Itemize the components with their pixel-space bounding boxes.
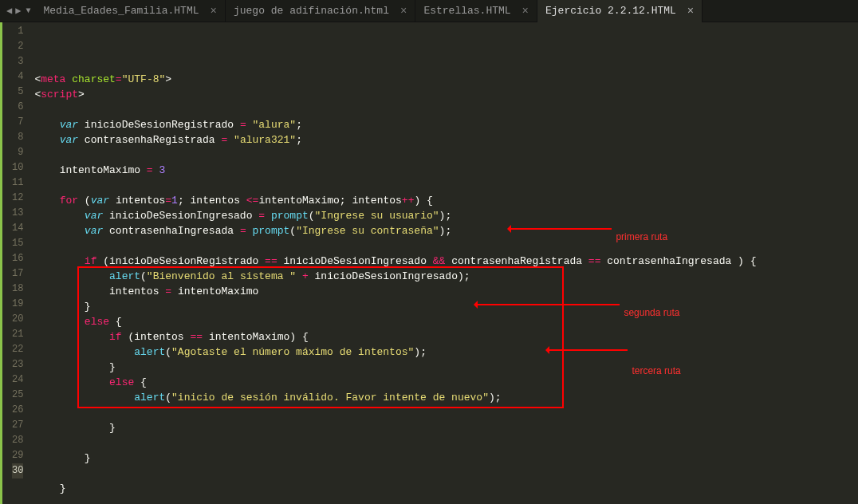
code-line[interactable]: if (inicioDeSesionRegistrado == inicioDe… bbox=[34, 254, 858, 269]
tab-ejercicio-2-2-12[interactable]: Ejercicio 2.2.12.HTML × bbox=[537, 0, 703, 22]
code-line[interactable] bbox=[34, 178, 858, 193]
line-number: 17 bbox=[12, 266, 23, 282]
line-number: 3 bbox=[12, 54, 23, 69]
code-line[interactable] bbox=[34, 405, 858, 420]
tab-media-edades[interactable]: Media_Edades_Familia.HTML × bbox=[35, 0, 225, 22]
code-line[interactable]: var contrasenhaIngresada = prompt("Ingre… bbox=[34, 223, 858, 238]
close-icon[interactable]: × bbox=[211, 5, 217, 18]
line-number: 13 bbox=[12, 206, 23, 221]
code-line[interactable]: } bbox=[34, 360, 858, 375]
line-number: 20 bbox=[12, 312, 23, 327]
line-number: 5 bbox=[12, 85, 23, 100]
code-line[interactable] bbox=[34, 466, 858, 481]
line-number: 16 bbox=[12, 251, 23, 266]
code-line[interactable]: var inicioDeSesionIngresado = prompt("In… bbox=[34, 208, 858, 223]
code-line[interactable]: <meta charset="UTF-8"> bbox=[34, 72, 858, 87]
line-number: 27 bbox=[12, 418, 23, 433]
code-line[interactable]: for (var intentos=1; intentos <=intentoM… bbox=[34, 193, 858, 208]
code-line[interactable]: } bbox=[34, 451, 858, 466]
line-number: 10 bbox=[12, 160, 23, 175]
tab-nav: ◀ ▶ ▼ bbox=[0, 5, 35, 17]
line-number: 22 bbox=[12, 342, 23, 357]
line-number: 6 bbox=[12, 100, 23, 115]
code-line[interactable]: var contrasenhaRegistrada = "alura321"; bbox=[34, 132, 858, 148]
line-number: 29 bbox=[12, 448, 23, 463]
code-line[interactable] bbox=[34, 435, 858, 451]
nav-forward-icon[interactable]: ▶ bbox=[14, 5, 22, 17]
code-line[interactable] bbox=[34, 238, 858, 254]
line-number: 2 bbox=[12, 39, 23, 54]
line-number: 23 bbox=[12, 357, 23, 372]
editor: 1234567891011121314151617181920212223242… bbox=[0, 22, 858, 504]
nav-dropdown-icon[interactable]: ▼ bbox=[22, 6, 30, 15]
line-number: 24 bbox=[12, 372, 23, 388]
tab-estrellas[interactable]: Estrellas.HTML × bbox=[415, 0, 537, 22]
tab-label: juego de adifinación.html bbox=[234, 5, 389, 17]
line-number: 26 bbox=[12, 403, 23, 418]
line-number: 18 bbox=[12, 282, 23, 297]
code-line[interactable]: } bbox=[34, 299, 858, 314]
tab-juego-adivinacion[interactable]: juego de adifinación.html × bbox=[226, 0, 415, 22]
code-line[interactable] bbox=[34, 496, 858, 504]
tab-label: Estrellas.HTML bbox=[423, 5, 510, 17]
code-line[interactable] bbox=[34, 102, 858, 117]
code-line[interactable]: } bbox=[34, 481, 858, 496]
code-line[interactable]: intentoMaximo = 3 bbox=[34, 163, 858, 178]
line-number: 7 bbox=[12, 115, 23, 130]
line-number: 1 bbox=[12, 24, 23, 39]
close-icon[interactable]: × bbox=[687, 5, 694, 18]
code-line[interactable]: } bbox=[34, 420, 858, 435]
tab-label: Ejercicio 2.2.12.HTML bbox=[545, 5, 676, 17]
code-line[interactable]: alert("inicio de sesión inválido. Favor … bbox=[34, 390, 858, 405]
code-line[interactable]: alert("Agotaste el número máximo de inte… bbox=[34, 345, 858, 360]
code-line[interactable]: <script> bbox=[34, 87, 858, 102]
line-number: 9 bbox=[12, 145, 23, 160]
line-number: 28 bbox=[12, 433, 23, 448]
line-number: 14 bbox=[12, 221, 23, 236]
line-number: 11 bbox=[12, 175, 23, 191]
close-icon[interactable]: × bbox=[522, 5, 529, 18]
line-number: 15 bbox=[12, 236, 23, 251]
line-number: 8 bbox=[12, 130, 23, 145]
code-line[interactable]: intentos = intentoMaximo bbox=[34, 284, 858, 299]
line-number: 30 bbox=[12, 463, 23, 478]
line-number: 19 bbox=[12, 297, 23, 312]
line-number: 12 bbox=[12, 191, 23, 206]
code-area[interactable]: <meta charset="UTF-8"><script> var inici… bbox=[30, 22, 858, 504]
code-line[interactable]: var inicioDeSesionRegistrado = "alura"; bbox=[34, 117, 858, 132]
tab-bar: ◀ ▶ ▼ Media_Edades_Familia.HTML × juego … bbox=[0, 0, 858, 22]
code-line[interactable]: else { bbox=[34, 314, 858, 329]
line-number: 25 bbox=[12, 388, 23, 403]
close-icon[interactable]: × bbox=[400, 5, 407, 18]
line-number: 4 bbox=[12, 69, 23, 85]
line-gutter: 1234567891011121314151617181920212223242… bbox=[2, 22, 30, 504]
code-line[interactable]: if (intentos == intentoMaximo) { bbox=[34, 329, 858, 345]
code-line[interactable] bbox=[34, 148, 858, 163]
code-line[interactable]: else { bbox=[34, 375, 858, 390]
tab-label: Media_Edades_Familia.HTML bbox=[43, 5, 199, 17]
code-line[interactable]: alert("Bienvenido al sistema " + inicioD… bbox=[34, 269, 858, 284]
line-number: 21 bbox=[12, 327, 23, 342]
nav-back-icon[interactable]: ◀ bbox=[5, 5, 14, 17]
